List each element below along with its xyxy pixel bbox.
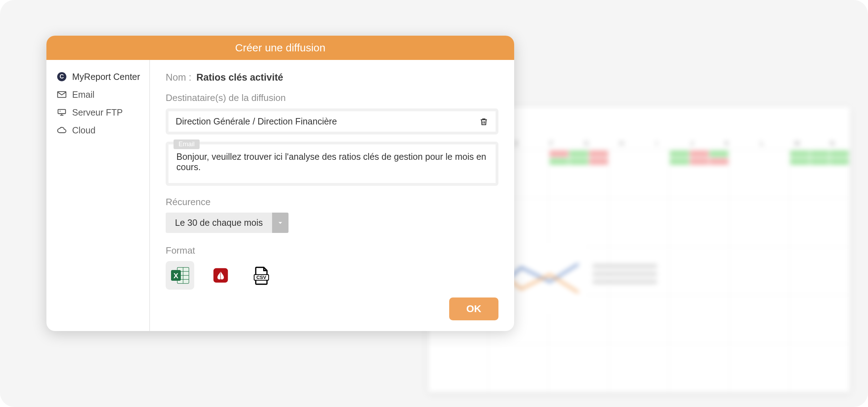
svg-rect-3 [58, 110, 66, 114]
sidebar-item-email[interactable]: Email [56, 89, 143, 100]
sidebar-item-label: MyReport Center [72, 72, 140, 82]
dialog-sidebar: C MyReport Center Email Serveur FTP [46, 60, 150, 331]
dialog-title: Créer une diffusion [46, 36, 514, 60]
sidebar-item-myreport-center[interactable]: C MyReport Center [56, 71, 143, 82]
svg-text:CSV: CSV [256, 275, 266, 280]
chevron-down-icon[interactable] [272, 213, 289, 233]
format-options: X [166, 261, 498, 290]
svg-text:X: X [174, 272, 179, 280]
circle-c-icon: C [56, 71, 67, 82]
recurrence-value: Le 30 de chaque mois [166, 213, 272, 233]
name-value: Ratios clés activité [196, 72, 283, 83]
format-label: Format [166, 245, 498, 256]
email-body-text: Bonjour, veuillez trouver ici l'analyse … [176, 152, 486, 172]
svg-text:C: C [60, 73, 64, 80]
trash-icon[interactable] [479, 117, 488, 126]
destinataires-value: Direction Générale / Direction Financièr… [176, 116, 337, 127]
server-icon [56, 107, 67, 118]
destinataires-label: Destinataire(s) de la diffusion [166, 92, 498, 103]
destinataires-field[interactable]: Direction Générale / Direction Financièr… [166, 108, 498, 134]
format-csv[interactable]: CSV [247, 261, 276, 290]
format-excel[interactable]: X [166, 261, 194, 290]
dialog-content: Nom : Ratios clés activité Destinataire(… [150, 60, 514, 331]
sidebar-item-ftp[interactable]: Serveur FTP [56, 107, 143, 118]
name-label: Nom : [166, 72, 191, 83]
sidebar-item-label: Serveur FTP [72, 107, 123, 118]
email-body-field[interactable]: Email Bonjour, veuillez trouver ici l'an… [166, 142, 498, 186]
cloud-icon [56, 125, 67, 136]
recurrence-select[interactable]: Le 30 de chaque mois [166, 213, 289, 233]
app-stage: CDEF GHIJ KLMN [0, 0, 868, 407]
sidebar-item-label: Cloud [72, 125, 95, 136]
sidebar-item-cloud[interactable]: Cloud [56, 125, 143, 136]
create-diffusion-dialog: Créer une diffusion C MyReport Center Em… [46, 36, 514, 331]
ok-button[interactable]: OK [449, 297, 498, 320]
format-pdf[interactable] [206, 261, 235, 290]
mail-icon [56, 89, 67, 100]
recurrence-label: Récurence [166, 197, 498, 208]
email-tag: Email [174, 139, 200, 149]
sidebar-item-label: Email [72, 90, 95, 100]
